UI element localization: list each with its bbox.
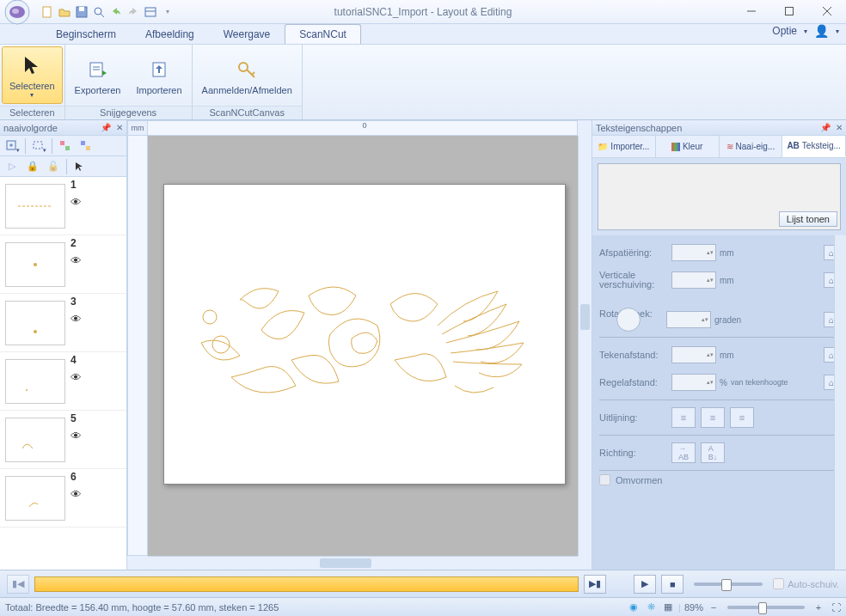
- tab-importeren[interactable]: 📁Importer...: [592, 136, 656, 157]
- tab-weergave[interactable]: Weergave: [209, 24, 285, 44]
- align-right-icon[interactable]: ≡: [730, 407, 754, 428]
- layer-item[interactable]: 4 👁: [0, 352, 126, 411]
- view-mode2-icon[interactable]: ❋: [644, 601, 658, 614]
- tab-naai[interactable]: ≋Naai-eig...: [720, 136, 783, 157]
- omvormen-checkbox[interactable]: [599, 474, 610, 485]
- tab-beginscherm[interactable]: Beginscherm: [41, 24, 131, 44]
- pointer-icon[interactable]: [70, 158, 89, 175]
- visibility-icon[interactable]: 👁: [70, 254, 82, 267]
- export-button[interactable]: Exporteren: [67, 46, 129, 104]
- login-button[interactable]: Aanmelden/Afmelden: [194, 46, 300, 104]
- layer-list[interactable]: 1 👁 2 👁 3 👁 4 👁 5 👁: [0, 177, 126, 570]
- select-tool-icon[interactable]: ▾: [29, 137, 48, 155]
- naaivolgorde-header: naaivolgorde 📌 ✕: [0, 120, 126, 136]
- tab-afbeelding[interactable]: Afbeelding: [131, 24, 209, 44]
- layer-item[interactable]: 1 👁: [0, 177, 126, 235]
- zoom-in-icon[interactable]: +: [812, 601, 825, 614]
- direction-horizontal-icon[interactable]: →AB: [671, 442, 696, 463]
- user-chevron-icon[interactable]: ▾: [836, 27, 839, 35]
- view-mode1-icon[interactable]: ◉: [627, 601, 641, 614]
- visibility-icon[interactable]: 👁: [70, 196, 82, 209]
- color-tab-icon: [671, 143, 680, 151]
- rotation-dial[interactable]: [616, 308, 641, 332]
- teksteigenschappen-title: Teksteigenschappen: [596, 123, 682, 133]
- visibility-icon[interactable]: 👁: [70, 313, 82, 326]
- play-button[interactable]: ▶: [634, 575, 656, 594]
- regelafstand-input[interactable]: [671, 374, 716, 391]
- close-button[interactable]: [808, 0, 846, 22]
- props-scrollbar[interactable]: [834, 235, 846, 570]
- list-tonen-button[interactable]: Lijst tonen: [779, 211, 837, 227]
- design-page[interactable]: [163, 184, 566, 485]
- import-tab-icon: 📁: [598, 142, 608, 151]
- canvas-viewport[interactable]: [148, 136, 578, 556]
- layer-item[interactable]: 6 👁: [0, 469, 126, 528]
- optie-menu[interactable]: Optie: [772, 25, 797, 37]
- svg-rect-26: [65, 146, 70, 150]
- playback-track[interactable]: [34, 576, 579, 592]
- speed-slider[interactable]: [694, 582, 763, 586]
- regelafstand-unit: van tekenhoogte: [731, 378, 788, 387]
- goto-start-button[interactable]: ▮◀: [7, 575, 29, 594]
- layer-item[interactable]: 2 👁: [0, 235, 126, 294]
- visibility-icon[interactable]: 👁: [70, 430, 82, 442]
- ribbon-group-selecteren: Selecteren ▾ Selecteren: [0, 45, 65, 119]
- app-icon[interactable]: [3, 0, 31, 26]
- group1-icon[interactable]: [56, 137, 75, 155]
- title-bar: ▾ tutorialSNC1_Import - Layout & Editing: [0, 0, 846, 24]
- tab-kleur[interactable]: Kleur: [656, 136, 720, 157]
- layer-thumb: [5, 359, 65, 404]
- rotatie-unit: graden: [714, 315, 741, 325]
- zoom-in-icon[interactable]: ▾: [3, 137, 21, 155]
- tab-tekst[interactable]: ABTeksteig...: [782, 136, 846, 157]
- afspatiëring-input[interactable]: [671, 244, 716, 261]
- stop-button[interactable]: ■: [661, 575, 684, 594]
- pin-icon[interactable]: 📌: [818, 122, 832, 133]
- rotatie-input[interactable]: [666, 311, 711, 328]
- auto-scroll-checkbox[interactable]: [773, 578, 784, 589]
- direction-vertical-icon[interactable]: AB↓: [701, 442, 725, 463]
- unlock-icon: 🔓: [44, 158, 63, 175]
- window-title: tutorialSNC1_Import - Layout & Editing: [0, 6, 846, 18]
- maximize-button[interactable]: [770, 0, 808, 22]
- user-icon[interactable]: 👤: [814, 24, 829, 38]
- verticale-input[interactable]: [671, 271, 716, 289]
- verticale-label: Verticale verschuiving:: [599, 271, 671, 290]
- select-button[interactable]: Selecteren ▾: [2, 46, 63, 104]
- export-label: Exporteren: [75, 85, 121, 95]
- layer-thumb: [5, 418, 65, 462]
- vertical-ruler[interactable]: [127, 136, 148, 556]
- panel-close-icon[interactable]: ✕: [834, 122, 844, 133]
- align-left-icon[interactable]: ≡: [671, 407, 696, 428]
- horizontal-ruler[interactable]: 0: [148, 120, 578, 136]
- text-preview: Lijst tonen: [598, 163, 841, 230]
- minimize-button[interactable]: [733, 0, 770, 22]
- group2-icon[interactable]: [77, 137, 95, 155]
- tab-scanncut[interactable]: ScanNCut: [285, 24, 361, 44]
- visibility-icon[interactable]: 👁: [70, 488, 82, 501]
- vertical-scrollbar[interactable]: [578, 136, 592, 556]
- login-label: Aanmelden/Afmelden: [202, 85, 292, 95]
- horizontal-scrollbar[interactable]: [148, 556, 578, 570]
- layer-item[interactable]: 5 👁: [0, 411, 126, 469]
- zoom-value: 89%: [684, 602, 703, 613]
- visibility-icon[interactable]: 👁: [70, 371, 82, 384]
- tekenafstand-unit: mm: [720, 351, 734, 360]
- zoom-slider[interactable]: [727, 606, 805, 609]
- ruler-unit[interactable]: mm: [127, 120, 148, 136]
- align-center-icon[interactable]: ≡: [701, 407, 725, 428]
- playback-bar: ▮◀ ▶▮ ▶ ■ Auto-schuiv.: [0, 570, 846, 597]
- zoom-out-icon[interactable]: −: [707, 601, 720, 614]
- goto-end-button[interactable]: ▶▮: [584, 575, 606, 594]
- zoom-fit-icon[interactable]: ⛶: [829, 601, 843, 614]
- view-mode3-icon[interactable]: ▦: [661, 601, 675, 614]
- pin-icon[interactable]: 📌: [99, 122, 113, 133]
- panel-close-icon[interactable]: ✕: [114, 122, 125, 133]
- layer-item[interactable]: 3 👁: [0, 294, 126, 352]
- svg-rect-11: [786, 8, 794, 15]
- tekenafstand-input[interactable]: [671, 346, 716, 363]
- import-button[interactable]: Importeren: [128, 46, 189, 104]
- svg-point-33: [203, 310, 217, 324]
- lock-icon[interactable]: 🔒: [23, 158, 42, 175]
- optie-chevron-icon[interactable]: ▾: [804, 27, 807, 35]
